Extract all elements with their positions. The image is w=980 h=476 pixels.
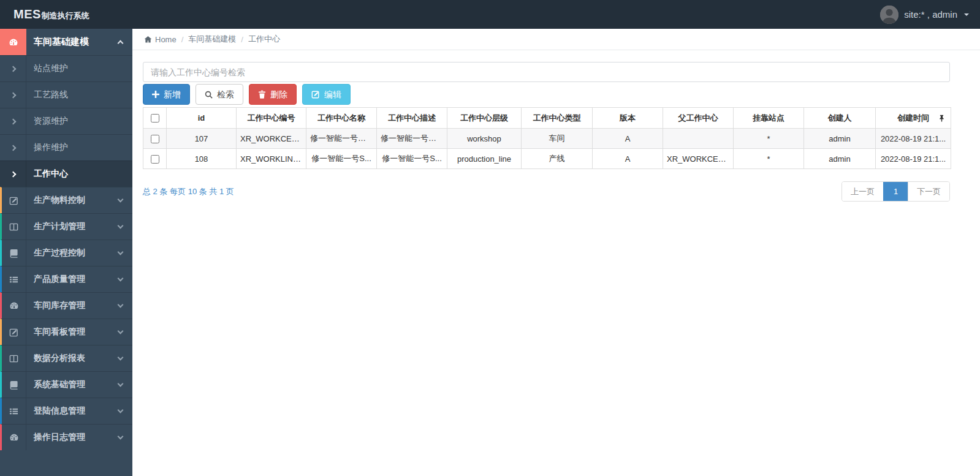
dashboard-icon xyxy=(0,29,26,55)
sidebar-item-系统基础管理[interactable]: 系统基础管理 xyxy=(0,371,132,398)
sidebar-item-工艺路线[interactable]: 工艺路线 xyxy=(0,81,132,108)
home-icon xyxy=(144,36,152,43)
sidebar-item-登陆信息管理[interactable]: 登陆信息管理 xyxy=(0,398,132,424)
table-cell: 修一智能一号S... xyxy=(306,149,377,169)
table-cell: 2022-08-19 21:1... xyxy=(876,129,951,149)
next-page-button[interactable]: 下一页 xyxy=(908,182,949,201)
table-cell: 修一智能一号车间 xyxy=(377,129,447,149)
sidebar-item-资源维护[interactable]: 资源维护 xyxy=(0,108,132,134)
table-cell: 108 xyxy=(167,149,237,169)
dashboard-icon xyxy=(2,293,26,319)
select-all-checkbox[interactable] xyxy=(151,114,159,123)
main-panel: Home / 车间基础建模 / 工作中心 新增 检索 xyxy=(132,29,980,476)
table-cell: * xyxy=(734,129,804,149)
sidebar-item-label: 生产过程控制 xyxy=(34,247,85,259)
pagination-row: 总 2 条 每页 10 条 共 1 页 上一页 1 下一页 xyxy=(143,181,950,202)
pin-icon xyxy=(938,115,945,122)
prev-page-button[interactable]: 上一页 xyxy=(842,182,883,201)
table-row: 107XR_WORKCEN...修一智能一号车间修一智能一号车间workshop… xyxy=(143,129,951,149)
list-icon xyxy=(2,398,26,424)
add-button-label: 新增 xyxy=(164,90,181,99)
search-icon xyxy=(205,91,213,99)
breadcrumb-module[interactable]: 车间基础建模 xyxy=(188,34,236,45)
table-cell: 车间 xyxy=(522,129,593,149)
chevron-up-icon xyxy=(118,40,124,47)
sidebar-item-产品质量管理[interactable]: 产品质量管理 xyxy=(0,266,132,292)
table-cell: * xyxy=(734,149,804,169)
column-header-父工作中心: 父工作中心 xyxy=(663,108,734,129)
breadcrumb-separator: / xyxy=(241,35,243,44)
sidebar-item-生产物料控制[interactable]: 生产物料控制 xyxy=(0,187,132,213)
sidebar-item-生产计划管理[interactable]: 生产计划管理 xyxy=(0,213,132,240)
table-cell: 107 xyxy=(167,129,237,149)
sidebar-item-label: 数据分析报表 xyxy=(34,353,85,364)
breadcrumb-separator: / xyxy=(181,35,184,44)
edit-button-label: 编辑 xyxy=(324,90,341,99)
column-header-创建人: 创建人 xyxy=(804,108,876,129)
sidebar-item-label: 车间库存管理 xyxy=(34,300,85,311)
table-cell: XR_WORKCEN... xyxy=(237,129,306,149)
row-checkbox[interactable] xyxy=(151,135,159,143)
column-header-工作中心层级: 工作中心层级 xyxy=(447,108,522,129)
row-select-cell xyxy=(143,129,167,149)
row-checkbox[interactable] xyxy=(151,155,159,164)
sidebar-item-车间库存管理[interactable]: 车间库存管理 xyxy=(0,292,132,319)
sidebar-item-label: 车间看板管理 xyxy=(34,327,85,338)
caret-down-icon xyxy=(964,13,969,16)
list-icon xyxy=(2,266,26,292)
edit-button[interactable]: 编辑 xyxy=(302,84,351,105)
column-header-版本: 版本 xyxy=(593,108,663,129)
chevron-down-icon xyxy=(118,433,124,439)
table-cell: 产线 xyxy=(522,149,593,169)
table-body: 107XR_WORKCEN...修一智能一号车间修一智能一号车间workshop… xyxy=(143,129,951,169)
app-logo: MES制造执行系统 xyxy=(13,7,89,21)
chevron-down-icon xyxy=(118,196,124,202)
search-button-label: 检索 xyxy=(217,90,234,99)
avatar xyxy=(880,6,898,24)
book-icon xyxy=(2,240,26,266)
column-header-id: id xyxy=(167,108,237,129)
logo-text-cn: 制造执行系统 xyxy=(42,10,89,21)
column-header-创建时间: 创建时间 xyxy=(876,108,951,129)
chevron-down-icon xyxy=(118,380,124,387)
search-input[interactable] xyxy=(143,62,950,82)
table-head: id工作中心编号工作中心名称工作中心描述工作中心层级工作中心类型版本父工作中心挂… xyxy=(143,108,951,129)
delete-button[interactable]: 删除 xyxy=(249,84,297,105)
table-cell: A xyxy=(593,149,663,169)
breadcrumb-current: 工作中心 xyxy=(248,34,280,45)
search-button[interactable]: 检索 xyxy=(196,84,243,105)
table-cell: admin xyxy=(804,129,876,149)
edit-icon xyxy=(2,319,26,345)
table-row: 108XR_WORKLINE...修一智能一号S...修一智能一号S...pro… xyxy=(143,149,951,169)
sidebar-item-label: 车间基础建模 xyxy=(34,36,89,48)
table-cell: 修一智能一号S... xyxy=(377,149,447,169)
chevron-down-icon xyxy=(118,407,124,413)
breadcrumb-home[interactable]: Home xyxy=(155,35,177,44)
chevron-down-icon xyxy=(118,301,124,308)
user-menu[interactable]: site:* , admin xyxy=(880,6,969,24)
table-cell: production_line xyxy=(447,149,522,169)
sidebar-item-label: 生产物料控制 xyxy=(34,195,85,206)
sidebar-item-车间基础建模[interactable]: 车间基础建模 xyxy=(0,29,132,55)
sidebar-item-站点维护[interactable]: 站点维护 xyxy=(0,55,132,81)
book-icon xyxy=(2,372,26,398)
sidebar-item-操作日志管理[interactable]: 操作日志管理 xyxy=(0,424,132,450)
pagination-summary: 总 2 条 每页 10 条 共 1 页 xyxy=(143,186,234,197)
sidebar-item-操作维护[interactable]: 操作维护 xyxy=(0,134,132,161)
add-button[interactable]: 新增 xyxy=(143,84,190,105)
chevron-down-icon xyxy=(118,354,124,360)
sidebar-item-工作中心[interactable]: 工作中心 xyxy=(0,161,132,187)
sidebar-item-生产过程控制[interactable]: 生产过程控制 xyxy=(0,240,132,266)
edit-icon xyxy=(311,90,320,99)
table-cell: 修一智能一号车间 xyxy=(306,129,377,149)
table-cell: 2022-08-19 21:1... xyxy=(876,149,951,169)
page-1-button[interactable]: 1 xyxy=(883,182,908,201)
select-all-header xyxy=(143,108,167,129)
dashboard-icon xyxy=(2,425,26,450)
sidebar-item-label: 操作维护 xyxy=(34,142,68,153)
toolbar: 新增 检索 删除 编辑 xyxy=(143,84,950,105)
sidebar-item-label: 工艺路线 xyxy=(34,89,68,100)
sidebar-item-数据分析报表[interactable]: 数据分析报表 xyxy=(0,345,132,371)
table-cell: A xyxy=(593,129,663,149)
sidebar-item-车间看板管理[interactable]: 车间看板管理 xyxy=(0,319,132,345)
